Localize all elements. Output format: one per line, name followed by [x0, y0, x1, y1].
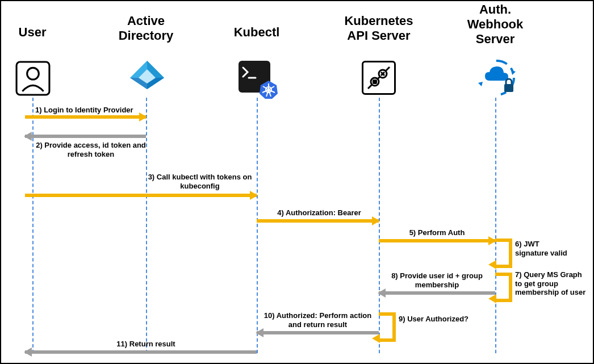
- msg-1-arrow: [25, 115, 146, 119]
- msg-7-label: 7) Query MS Graph to get group membershi…: [515, 270, 594, 297]
- participant-api-label: Kubernetes API Server: [328, 14, 430, 43]
- msg-5-arrow: [379, 239, 495, 243]
- msg-2-label: 2) Provide access, id token and refresh …: [28, 141, 153, 158]
- svg-point-1: [27, 68, 39, 80]
- svg-rect-26: [504, 84, 513, 92]
- svg-rect-0: [16, 62, 49, 95]
- kubectl-icon: [239, 61, 273, 95]
- user-icon: [15, 61, 51, 96]
- msg-7-selfloop: [495, 273, 512, 302]
- msg-2-arrow: [25, 134, 146, 139]
- participant-user-label: User: [0, 25, 83, 40]
- msg-8-arrow: [379, 291, 495, 295]
- msg-11-arrow: [25, 350, 257, 354]
- msg-4-label: 4) Authorization: Bearer: [262, 208, 376, 217]
- webhook-server-icon: [477, 58, 517, 98]
- msg-10-label: 10) Authorized: Perform action and retur…: [257, 311, 379, 329]
- sequence-diagram: User Active Directory Kubectl Kubernetes…: [0, 0, 594, 364]
- msg-8-label: 8) Provide user id + group membership: [379, 271, 495, 289]
- lifeline-ad: [146, 98, 147, 353]
- msg-6-selfloop: [495, 239, 512, 268]
- msg-10-arrow: [257, 330, 379, 335]
- msg-6-label: 6) JWT signature valid: [515, 240, 589, 257]
- participant-kubectl-label: Kubectl: [206, 25, 308, 40]
- svg-marker-24: [511, 70, 516, 75]
- msg-5-label: 5) Perform Auth: [379, 228, 495, 237]
- msg-9-selfloop: [379, 312, 396, 342]
- msg-4-arrow: [257, 219, 379, 223]
- participant-webhook-label: Auth. Webhook Server: [444, 2, 546, 47]
- svg-line-17: [368, 67, 390, 89]
- msg-9-label: 9) User Authorized?: [399, 315, 490, 324]
- active-directory-icon: [127, 58, 167, 98]
- msg-11-label: 11) Return result: [35, 340, 257, 349]
- svg-marker-25: [478, 82, 483, 86]
- msg-1-label: 1) Login to Identity Provider: [35, 106, 149, 115]
- participant-ad-label: Active Directory: [95, 14, 197, 43]
- svg-rect-19: [373, 80, 377, 84]
- lifeline-webhook: [495, 98, 496, 353]
- api-server-icon: [362, 61, 396, 95]
- msg-3-label: 3) Call kubectl with tokens on kubeconfi…: [137, 173, 262, 190]
- msg-3-arrow: [25, 193, 257, 198]
